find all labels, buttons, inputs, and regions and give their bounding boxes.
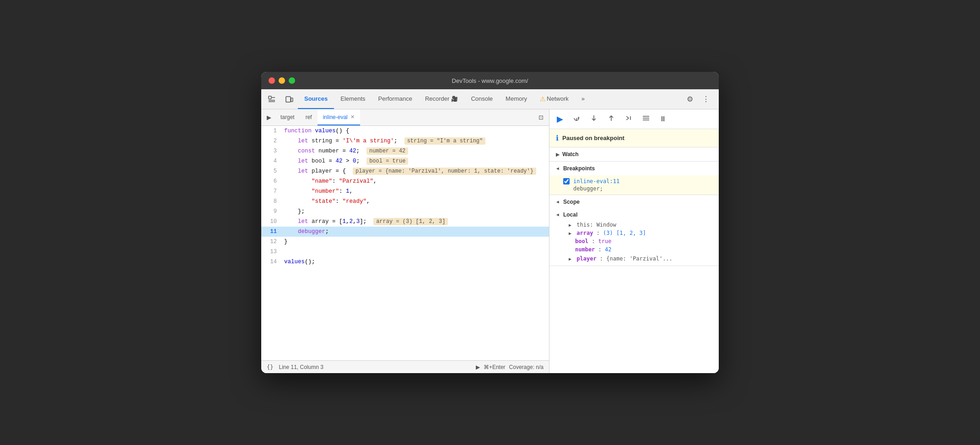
settings-button[interactable]: ⚙ (683, 92, 697, 106)
breakpoint-file: inline-eval:11 (573, 178, 619, 185)
status-right: ▶ ⌘+Enter Coverage: n/a (476, 364, 544, 370)
devtools-body: Sources Elements Performance Recorder 🎥 … (261, 89, 719, 373)
code-line-7: 7 "number": 1, (261, 186, 549, 196)
scope-local: ▼ Local ▶ this: Window ▶ array (549, 209, 719, 266)
code-line-3: 3 const number = 42; number = 42 (261, 146, 549, 156)
breakpoints-section-header[interactable]: ▼ Breakpoints (549, 162, 719, 175)
info-icon: ℹ (556, 134, 559, 142)
breakpoint-row: inline-eval:11 (563, 178, 712, 185)
main-area: ▶ target ref inline-eval ✕ ⊡ (261, 109, 719, 373)
status-bar: {} Line 11, Column 3 ▶ ⌘+Enter Coverage:… (261, 360, 549, 373)
file-tabs: ▶ target ref inline-eval ✕ ⊡ (261, 109, 549, 126)
svg-rect-4 (286, 97, 291, 102)
svg-rect-5 (291, 98, 293, 102)
tab-memory[interactable]: Memory (499, 89, 533, 109)
watch-triangle-icon: ▶ (556, 152, 560, 157)
resume-button[interactable]: ▶ (553, 112, 567, 126)
navigator-toggle[interactable]: ▶ (263, 114, 275, 121)
scope-prop-this[interactable]: ▶ this: Window (556, 221, 712, 229)
device-toolbar-icon[interactable] (280, 89, 298, 109)
code-line-5: 5 let player = { player = {name: 'Parziv… (261, 166, 549, 176)
sources-panel: ▶ target ref inline-eval ✕ ⊡ (261, 109, 549, 373)
watch-section-header[interactable]: ▶ Watch (549, 147, 719, 161)
window-title: DevTools - www.google.com/ (452, 77, 528, 84)
maximize-button[interactable] (289, 77, 295, 84)
file-tab-panel-icon[interactable]: ⊡ (535, 114, 547, 121)
tabs-bar: Sources Elements Performance Recorder 🎥 … (261, 89, 719, 109)
scope-prop-bool: bool : true (556, 237, 712, 245)
code-line-1: 1 function values() { (261, 126, 549, 136)
step-into-button[interactable] (586, 112, 602, 126)
tab-console[interactable]: Console (464, 89, 499, 109)
scope-prop-player[interactable]: ▶ player : {name: 'Parzival'... (556, 254, 712, 264)
expand-icon: ▶ (569, 231, 571, 236)
breakpoints-section: ▼ Breakpoints inline-eval:11 debugger; (549, 162, 719, 195)
close-tab-icon[interactable]: ✕ (350, 114, 355, 120)
breakpoints-label: Breakpoints (563, 165, 595, 172)
status-left: {} Line 11, Column 3 (267, 364, 323, 370)
step-button[interactable] (621, 112, 636, 126)
step-out-button[interactable] (603, 112, 619, 126)
paused-banner: ℹ Paused on breakpoint (549, 129, 719, 147)
coverage-label: Coverage: n/a (509, 364, 544, 370)
inspect-element-icon[interactable] (263, 89, 280, 109)
breakpoint-code: debugger; (563, 185, 712, 192)
code-line-2: 2 let string = 'I\'m a string'; string =… (261, 136, 549, 146)
code-line-9: 9 }; (261, 206, 549, 217)
breakpoint-checkbox[interactable] (563, 178, 570, 185)
scope-prop-number: number : 42 (556, 245, 712, 254)
breakpoint-item: inline-eval:11 debugger; (549, 175, 719, 195)
close-button[interactable] (269, 77, 275, 84)
tab-sources[interactable]: Sources (298, 89, 334, 109)
tabs-spacer (591, 89, 683, 109)
expand-icon: ▶ (569, 256, 571, 261)
cursor-position: Line 11, Column 3 (279, 364, 323, 370)
scope-section: ▼ Scope ▼ Local ▶ this: Window (549, 195, 719, 266)
titlebar: DevTools - www.google.com/ (261, 72, 719, 89)
local-label: Local (563, 212, 577, 218)
expand-icon: ▶ (569, 222, 571, 228)
svg-rect-0 (269, 96, 271, 99)
traffic-lights (269, 77, 295, 84)
breakpoints-triangle-icon: ▼ (555, 166, 560, 171)
format-icon[interactable]: {} (267, 364, 273, 370)
watch-section: ▶ Watch (549, 147, 719, 162)
scope-triangle-icon: ▼ (555, 200, 560, 204)
network-warning-icon: ⚠ (540, 95, 546, 103)
code-line-14: 14 values(); (261, 257, 549, 267)
tab-recorder[interactable]: Recorder 🎥 (419, 89, 464, 109)
scope-label: Scope (563, 199, 580, 205)
code-line-10: 10 let array = [1,2,3]; array = (3) [1, … (261, 217, 549, 227)
file-tab-inline-eval[interactable]: inline-eval ✕ (318, 109, 360, 125)
code-editor: 1 function values() { 2 let string = 'I\… (261, 126, 549, 360)
scope-prop-array[interactable]: ▶ array : (3) [1, 2, 3] (556, 229, 712, 237)
tab-network[interactable]: ⚠ Network (533, 89, 575, 109)
debugger-panel: ▶ (549, 109, 719, 373)
deactivate-breakpoints-button[interactable] (638, 112, 654, 126)
code-line-6: 6 "name": "Parzival", (261, 176, 549, 186)
code-line-11: 11 debugger; (261, 227, 549, 237)
tab-more[interactable]: » (575, 89, 591, 109)
devtools-window: DevTools - www.google.com/ Source (261, 72, 719, 373)
code-line-13: 13 (261, 247, 549, 257)
file-tab-target[interactable]: target (275, 109, 300, 125)
paused-text: Paused on breakpoint (562, 135, 625, 141)
run-icon: ▶ (476, 364, 480, 370)
local-header[interactable]: ▼ Local (556, 209, 712, 221)
tabs-right: ⚙ ⋮ (683, 89, 717, 109)
pause-on-exceptions-button[interactable]: ⏸ (656, 113, 670, 125)
run-shortcut: ⌘+Enter (484, 364, 506, 370)
scope-section-header[interactable]: ▼ Scope (549, 195, 719, 209)
watch-label: Watch (562, 151, 579, 157)
file-tab-ref[interactable]: ref (300, 109, 318, 125)
step-over-button[interactable] (569, 112, 584, 126)
code-line-12: 12 } (261, 237, 549, 247)
code-line-8: 8 "state": "ready", (261, 196, 549, 206)
code-line-4: 4 let bool = 42 > 0; bool = true (261, 156, 549, 166)
tab-elements[interactable]: Elements (334, 89, 372, 109)
debug-toolbar: ▶ (549, 109, 719, 129)
tab-performance[interactable]: Performance (372, 89, 419, 109)
minimize-button[interactable] (279, 77, 285, 84)
local-triangle-icon: ▼ (555, 212, 560, 217)
more-options-button[interactable]: ⋮ (699, 92, 713, 106)
